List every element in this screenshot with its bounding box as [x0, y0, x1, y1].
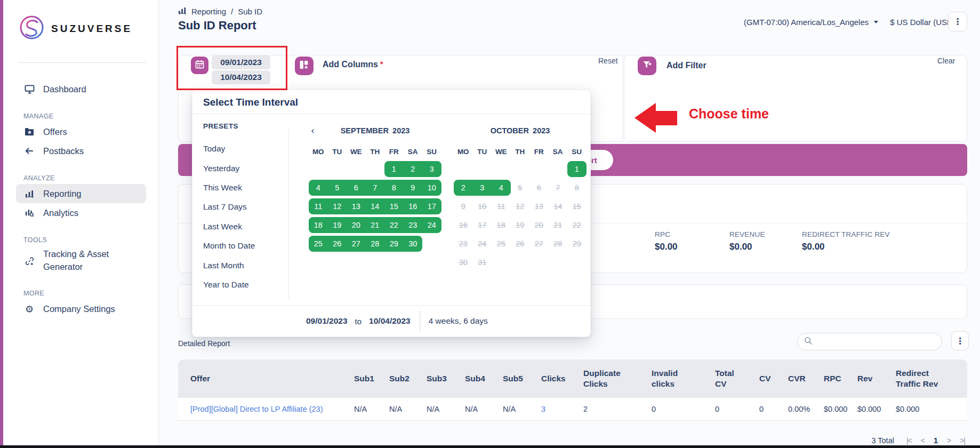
first-page-icon[interactable]: |< — [906, 436, 912, 445]
calendar-day-disabled: 28 — [549, 236, 568, 252]
column-header-invalid-clicks: Invalid clicks — [649, 359, 713, 398]
table-cell: N/A — [463, 398, 501, 420]
calendar-day-selected[interactable]: 25 — [309, 236, 328, 252]
calendar-day-selected[interactable]: 26 — [328, 236, 347, 252]
add-filter-icon — [642, 60, 652, 72]
calendar-day-empty — [529, 161, 549, 177]
preset-last-month[interactable]: Last Month — [203, 255, 284, 275]
calendar-day-selected[interactable]: 3 — [422, 161, 441, 177]
calendar-day-selected[interactable]: 28 — [366, 236, 385, 252]
preset-year-to-date[interactable]: Year to Date — [203, 275, 284, 294]
prev-page-icon[interactable]: < — [921, 436, 925, 445]
calendar-day-selected[interactable]: 9 — [404, 180, 423, 196]
stat-value: $0.00 — [655, 242, 678, 252]
calendar-day-selected[interactable]: 20 — [347, 217, 366, 233]
time-interval-popup: Select Time Interval PRESETS TodayYester… — [192, 90, 591, 337]
calendar-day-selected[interactable]: 23 — [404, 217, 423, 233]
sidebar-item-reporting[interactable]: Reporting — [16, 184, 146, 203]
weekday-label: WE — [492, 146, 511, 157]
preset-last-7-days[interactable]: Last 7 Days — [203, 197, 284, 217]
tracking-icon — [23, 257, 35, 266]
preset-this-week[interactable]: This Week — [203, 178, 284, 197]
calendar-day-selected[interactable]: 24 — [422, 217, 441, 233]
calendar-day-selected[interactable]: 16 — [404, 198, 423, 214]
sidebar-item-company-settings[interactable]: ⚙Company Settings — [16, 299, 146, 318]
calendar-day-selected[interactable]: 22 — [384, 217, 404, 233]
footer-start-date: 09/01/2023 — [306, 316, 348, 326]
preset-today[interactable]: Today — [203, 139, 284, 158]
calendar-day-selected[interactable]: 10 — [422, 180, 441, 196]
breadcrumb-section[interactable]: Reporting — [191, 7, 226, 16]
calendar-day-selected[interactable]: 6 — [347, 180, 366, 196]
calendar-day-disabled: 25 — [492, 236, 511, 252]
breadcrumb-separator: / — [231, 7, 233, 16]
reset-link[interactable]: Reset — [598, 57, 618, 65]
calendar-day-selected[interactable]: 7 — [366, 180, 385, 196]
weekday-label: SA — [404, 146, 423, 157]
table-cell: N/A — [387, 398, 424, 420]
calendar-day-selected[interactable]: 19 — [328, 217, 347, 233]
calendar-day-selected[interactable]: 12 — [328, 198, 347, 214]
brand[interactable]: SUZUVERSE — [19, 15, 132, 42]
column-header-cvr: CVR — [786, 359, 822, 398]
preset-last-week[interactable]: Last Week — [203, 217, 284, 236]
timezone-select[interactable]: (GMT-07:00) America/Los_Angeles — [744, 18, 878, 27]
calendar-day-selected[interactable]: 2 — [454, 180, 473, 196]
last-page-icon[interactable]: >| — [960, 436, 965, 445]
stat-value: $0.00 — [802, 242, 890, 252]
sidebar-item-dashboard[interactable]: Dashboard — [16, 79, 146, 99]
page-menu-button[interactable]: ⋮ — [948, 12, 967, 31]
annotation-arrow-shaft — [655, 111, 677, 125]
add-filter-button[interactable] — [638, 57, 656, 75]
calendar-day-selected[interactable]: 4 — [492, 180, 511, 196]
calendar-day-selected[interactable]: 4 — [309, 180, 328, 196]
calendar-day-selected[interactable]: 1 — [384, 161, 404, 177]
current-page[interactable]: 1 — [934, 436, 938, 445]
calendar-day-selected[interactable]: 27 — [347, 236, 366, 252]
calendar-day-selected[interactable]: 21 — [366, 217, 385, 233]
calendar-day-selected[interactable]: 3 — [473, 180, 492, 196]
clear-link[interactable]: Clear — [937, 57, 955, 65]
table-cell: N/A — [424, 398, 463, 420]
calendar-day-selected[interactable]: 1 — [567, 161, 587, 177]
table-menu-button[interactable]: ⋮ — [951, 331, 969, 350]
calendar-day-disabled: 11 — [492, 198, 511, 214]
calendar-day-selected[interactable]: 29 — [384, 236, 404, 252]
sidebar-item-analytics[interactable]: Analytics — [16, 203, 146, 222]
search-input[interactable] — [817, 337, 935, 347]
table-cell: $0.000 — [894, 398, 967, 420]
table-search[interactable] — [797, 333, 942, 350]
add-filter-label[interactable]: Add Filter — [666, 61, 706, 70]
preset-yesterday[interactable]: Yesterday — [203, 158, 284, 178]
popup-footer: 09/01/2023 to 10/04/2023 4 weeks, 6 days — [192, 306, 590, 337]
month-title: SEPTEMBER 2023 — [309, 126, 441, 135]
offer-link[interactable]: [Prod][Global] Direct to LP Affiliate (2… — [178, 398, 352, 420]
table-cell[interactable]: 3 — [539, 398, 581, 420]
sidebar-item-postbacks[interactable]: Postbacks — [16, 141, 146, 161]
next-page-icon[interactable]: > — [947, 436, 951, 445]
calendar-day-disabled: 23 — [454, 236, 473, 252]
calendar-day-selected[interactable]: 30 — [404, 236, 423, 252]
column-header-sub5: Sub5 — [501, 359, 539, 398]
calendar-day-selected[interactable]: 8 — [384, 180, 404, 196]
sidebar-item-offers[interactable]: Offers — [16, 122, 146, 141]
calendar-day-selected[interactable]: 2 — [404, 161, 423, 177]
reporting-icon — [23, 190, 35, 198]
calendar-day-selected[interactable]: 13 — [347, 198, 366, 214]
annotation-text: Choose time — [689, 106, 769, 122]
preset-month-to-date[interactable]: Month to Date — [203, 236, 284, 255]
offers-icon — [23, 127, 35, 136]
calendar-day-selected[interactable]: 18 — [309, 217, 328, 233]
calendar-day-disabled: 30 — [454, 254, 473, 270]
weekday-label: MO — [454, 146, 473, 157]
calendar-day-selected[interactable]: 5 — [328, 180, 347, 196]
sidebar-section-analyze: ANALYZE — [16, 172, 146, 184]
calendar-day-selected[interactable]: 17 — [422, 198, 441, 214]
weekday-label: TH — [366, 146, 385, 157]
calendar-day-selected[interactable]: 14 — [366, 198, 385, 214]
calendar-day-selected[interactable]: 11 — [309, 198, 328, 214]
calendar-day-selected[interactable]: 15 — [384, 198, 404, 214]
sidebar-item-tracking-asset-generator[interactable]: Tracking & Asset Generator — [16, 246, 146, 276]
add-columns-button[interactable] — [295, 57, 314, 75]
add-columns-label[interactable]: Add Columns* — [323, 60, 383, 69]
